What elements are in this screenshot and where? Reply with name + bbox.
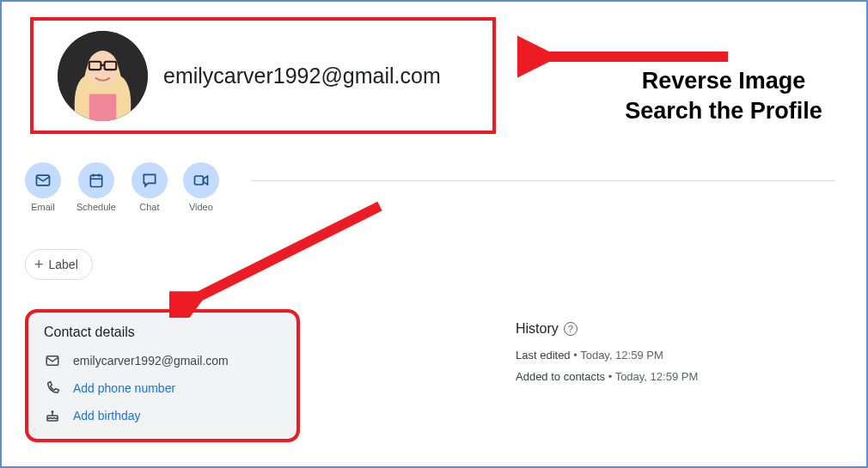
contact-email-title: emilycarver1992@gmail.com: [163, 64, 441, 88]
calendar-icon: [88, 172, 105, 189]
schedule-action[interactable]: Schedule: [76, 162, 116, 212]
phone-icon: [44, 380, 61, 397]
chat-action[interactable]: Chat: [131, 162, 168, 212]
contact-email-row: emilycarver1992@gmail.com: [44, 352, 281, 369]
chat-action-label: Chat: [139, 202, 159, 212]
svg-rect-11: [194, 176, 203, 185]
add-phone-row[interactable]: Add phone number: [44, 380, 281, 397]
added-to-contacts-row: Added to contacts • Today, 12:59 PM: [516, 370, 820, 383]
annotation-arrow-bottom: [169, 198, 384, 318]
added-value: Today, 12:59 PM: [615, 370, 699, 383]
contact-details-card: Contact details emilycarver1992@gmail.co…: [25, 309, 300, 442]
annotation-text: Reverse Image Search the Profile: [603, 66, 844, 126]
history-title-row: History ?: [516, 321, 820, 337]
added-label: Added to contacts: [516, 370, 605, 383]
last-edited-row: Last edited • Today, 12:59 PM: [516, 349, 820, 362]
svg-rect-7: [90, 175, 101, 186]
add-birthday-row[interactable]: Add birthday: [44, 407, 281, 424]
add-birthday-link[interactable]: Add birthday: [73, 409, 141, 422]
email-icon: [44, 352, 61, 369]
add-phone-link[interactable]: Add phone number: [73, 381, 175, 395]
history-title: History: [516, 321, 559, 337]
contact-details-title: Contact details: [44, 325, 281, 340]
profile-header: emilycarver1992@gmail.com: [30, 17, 496, 134]
email-action-label: Email: [31, 202, 55, 212]
label-button[interactable]: + Label: [25, 249, 93, 280]
email-action[interactable]: Email: [25, 162, 61, 212]
contact-email-value: emilycarver1992@gmail.com: [73, 354, 229, 368]
label-button-text: Label: [49, 258, 78, 271]
email-icon: [34, 172, 52, 189]
svg-line-17: [191, 206, 380, 301]
svg-rect-5: [89, 94, 117, 121]
divider: [251, 180, 835, 181]
chat-icon: [141, 172, 158, 189]
last-edited-value: Today, 12:59 PM: [580, 349, 663, 362]
birthday-icon: [44, 407, 61, 424]
avatar[interactable]: [58, 31, 148, 121]
history-card: History ? Last edited • Today, 12:59 PM …: [500, 309, 835, 404]
svg-point-15: [52, 411, 53, 413]
video-icon: [193, 172, 210, 189]
schedule-action-label: Schedule: [76, 202, 116, 212]
help-icon[interactable]: ?: [564, 322, 578, 336]
last-edited-label: Last edited: [516, 349, 571, 362]
plus-icon: +: [34, 256, 44, 274]
